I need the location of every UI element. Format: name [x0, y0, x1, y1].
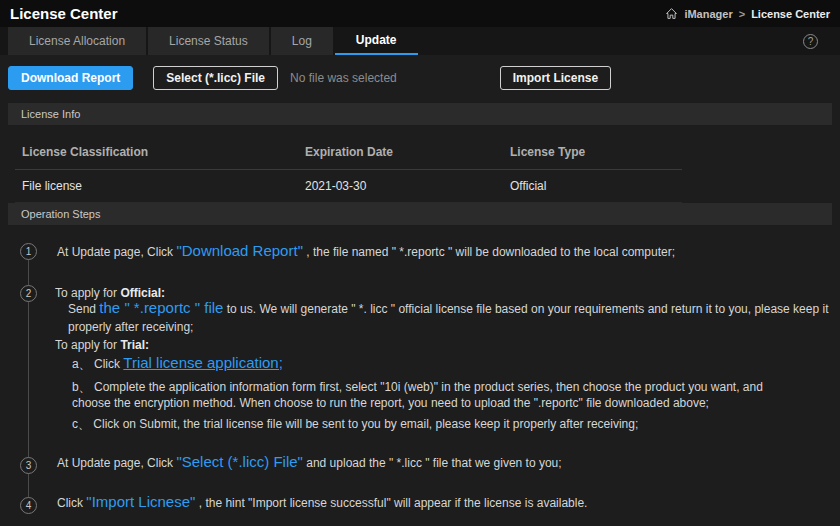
top-header: License Center iManager > License Center — [0, 0, 840, 27]
step-1-badge: 1 — [20, 243, 37, 260]
tab-log[interactable]: Log — [271, 27, 333, 55]
step-2-substep-a: a、 Click Trial license application; — [72, 354, 830, 373]
header-expiration-date: Expiration Date — [298, 138, 503, 169]
table-row: File license 2021-03-30 Official — [15, 170, 682, 203]
step-2-official-bold: Official: — [120, 286, 165, 300]
step-1-post: , the file named " *.reportc " will be d… — [303, 245, 675, 259]
step-2-reportc-file-ref: the " *.reportc " file — [99, 299, 223, 316]
step-3-badge: 3 — [20, 457, 37, 474]
help-icon[interactable]: ? — [803, 34, 818, 49]
step-2-substep-b: b、 Complete the application information … — [72, 379, 799, 411]
step-2-trial-bold: Trial: — [120, 338, 149, 352]
step-1-pre: At Update page, Click — [57, 245, 176, 259]
step-2-send-text: Send the " *.reportc " file to us. We wi… — [68, 299, 830, 336]
operation-steps-section-header: Operation Steps — [8, 203, 832, 225]
step-2-trial-label: To apply for Trial: — [55, 336, 830, 354]
step-3-text: At Update page, Click "Select (*.licc) F… — [57, 453, 830, 472]
step-3-pre: At Update page, Click — [57, 456, 176, 470]
cell-license-type: Official — [503, 170, 682, 202]
step-3-post: and upload the " *.licc " file that we g… — [303, 456, 562, 470]
header-license-type: License Type — [503, 138, 682, 169]
license-info-section-header: License Info — [8, 103, 832, 125]
cell-expiration-date: 2021-03-30 — [298, 170, 503, 202]
breadcrumb: iManager > License Center — [665, 7, 830, 20]
step-1-download-report-ref: "Download Report" — [176, 242, 303, 259]
substep-a-pre: a、 Click — [72, 357, 123, 371]
breadcrumb-imanager[interactable]: iManager — [684, 8, 732, 20]
tab-license-allocation[interactable]: License Allocation — [8, 27, 146, 55]
breadcrumb-license-center: License Center — [751, 8, 830, 20]
import-license-button[interactable]: Import License — [500, 66, 611, 90]
step-4-import-license-ref: "Import Licnese" — [86, 493, 195, 510]
home-icon[interactable] — [665, 7, 678, 20]
step-3-select-file-ref: "Select (*.licc) File" — [176, 453, 303, 470]
tab-bar: License Allocation License Status Log Up… — [0, 27, 840, 55]
license-info-table: License Classification Expiration Date L… — [15, 138, 682, 203]
table-header-row: License Classification Expiration Date L… — [15, 138, 682, 170]
step-2-badge: 2 — [20, 285, 37, 302]
step-4-post: , the hint "Import license successful" w… — [195, 496, 587, 510]
toolbar: Download Report Select (*.licc) File No … — [8, 66, 611, 90]
download-report-button[interactable]: Download Report — [8, 66, 133, 90]
page-title: License Center — [10, 5, 118, 22]
cell-license-classification: File license — [15, 170, 298, 202]
trial-license-application-link[interactable]: Trial license application; — [123, 354, 283, 371]
header-license-classification: License Classification — [15, 138, 298, 169]
breadcrumb-separator: > — [739, 8, 745, 20]
step-2-substep-c: c、 Click on Submit, the trial license fi… — [72, 415, 830, 433]
step-2-send-pre: Send — [68, 302, 99, 316]
tab-update[interactable]: Update — [335, 27, 418, 55]
step-4-pre: Click — [57, 496, 86, 510]
tab-license-status[interactable]: License Status — [148, 27, 269, 55]
step-2-official-pre: To apply for — [55, 286, 120, 300]
select-licc-file-button[interactable]: Select (*.licc) File — [153, 66, 278, 90]
no-file-selected-text: No file was selected — [290, 71, 397, 85]
step-4-badge: 4 — [20, 497, 37, 514]
step-1-text: At Update page, Click "Download Report" … — [57, 242, 830, 261]
step-4-text: Click "Import Licnese" , the hint "Impor… — [57, 493, 830, 512]
step-2-trial-pre: To apply for — [55, 338, 120, 352]
